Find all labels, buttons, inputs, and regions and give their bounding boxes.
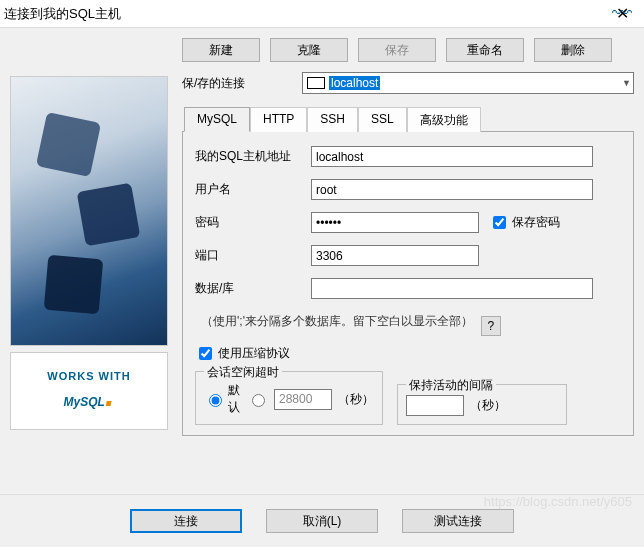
- clone-button[interactable]: 克隆: [270, 38, 348, 62]
- help-button[interactable]: ?: [481, 316, 501, 336]
- idle-unit: （秒）: [338, 391, 374, 408]
- user-input[interactable]: [311, 179, 593, 200]
- db-input[interactable]: [311, 278, 593, 299]
- tab-http[interactable]: HTTP: [250, 107, 307, 132]
- idle-custom-radio[interactable]: [247, 391, 268, 407]
- new-button[interactable]: 新建: [182, 38, 260, 62]
- idle-value-input[interactable]: [274, 389, 332, 410]
- puzzle-image: [10, 76, 168, 346]
- mysql-text: MySQL.: [64, 382, 115, 413]
- compress-label: 使用压缩协议: [218, 345, 290, 362]
- tab-ssh[interactable]: SSH: [307, 107, 358, 132]
- pass-input[interactable]: [311, 212, 479, 233]
- save-pass-check[interactable]: [493, 216, 506, 229]
- pass-label: 密码: [195, 214, 311, 231]
- chevron-down-icon: ▼: [622, 78, 631, 88]
- saved-conn-label: 保/存的连接: [182, 75, 302, 92]
- saved-conn-combo[interactable]: localhost ▼: [302, 72, 634, 94]
- keepalive-title: 保持活动的间隔: [406, 377, 496, 394]
- footer: 连接 取消(L) 测试连接: [0, 494, 644, 547]
- color-swatch: [307, 77, 325, 89]
- test-button[interactable]: 测试连接: [402, 509, 514, 533]
- delete-button[interactable]: 删除: [534, 38, 612, 62]
- host-input[interactable]: [311, 146, 593, 167]
- works-with-text: WORKS WITH: [47, 370, 130, 382]
- db-hint: （使用';'来分隔多个数据库。留下空白以显示全部）: [201, 313, 473, 330]
- idle-default-radio[interactable]: 默认: [204, 382, 241, 416]
- keepalive-group: 保持活动的间隔 （秒）: [397, 384, 567, 425]
- keepalive-unit: （秒）: [470, 397, 506, 414]
- port-label: 端口: [195, 247, 311, 264]
- compress-checkbox[interactable]: 使用压缩协议: [195, 344, 621, 363]
- save-pass-label: 保存密码: [512, 214, 560, 231]
- tab-ssl[interactable]: SSL: [358, 107, 407, 132]
- tab-body: 我的SQL主机地址 用户名 密码 保存密码 端口 数据/库: [182, 132, 634, 436]
- mysql-logo: 〰 WORKS WITH MySQL.: [10, 352, 168, 430]
- titlebar: 连接到我的SQL主机 ✕: [0, 0, 644, 28]
- top-button-bar: 新建 克隆 保存 重命名 删除: [182, 38, 634, 62]
- cancel-button[interactable]: 取消(L): [266, 509, 378, 533]
- sidebar: 〰 WORKS WITH MySQL.: [10, 76, 170, 436]
- user-label: 用户名: [195, 181, 311, 198]
- save-button: 保存: [358, 38, 436, 62]
- idle-title: 会话空闲超时: [204, 364, 282, 381]
- window-title: 连接到我的SQL主机: [4, 5, 121, 23]
- saved-conn-value: localhost: [329, 76, 380, 90]
- rename-button[interactable]: 重命名: [446, 38, 524, 62]
- host-label: 我的SQL主机地址: [195, 148, 311, 165]
- dolphin-icon: 〰: [612, 2, 632, 25]
- tab-bar: MySQL HTTP SSH SSL 高级功能: [182, 106, 634, 132]
- idle-group: 会话空闲超时 默认 （秒）: [195, 371, 383, 425]
- compress-check[interactable]: [199, 347, 212, 360]
- keepalive-input[interactable]: [406, 395, 464, 416]
- db-label: 数据/库: [195, 280, 311, 297]
- save-pass-checkbox[interactable]: 保存密码: [489, 213, 560, 232]
- tab-advanced[interactable]: 高级功能: [407, 107, 481, 132]
- port-input[interactable]: [311, 245, 479, 266]
- tab-mysql[interactable]: MySQL: [184, 107, 250, 132]
- connect-button[interactable]: 连接: [130, 509, 242, 533]
